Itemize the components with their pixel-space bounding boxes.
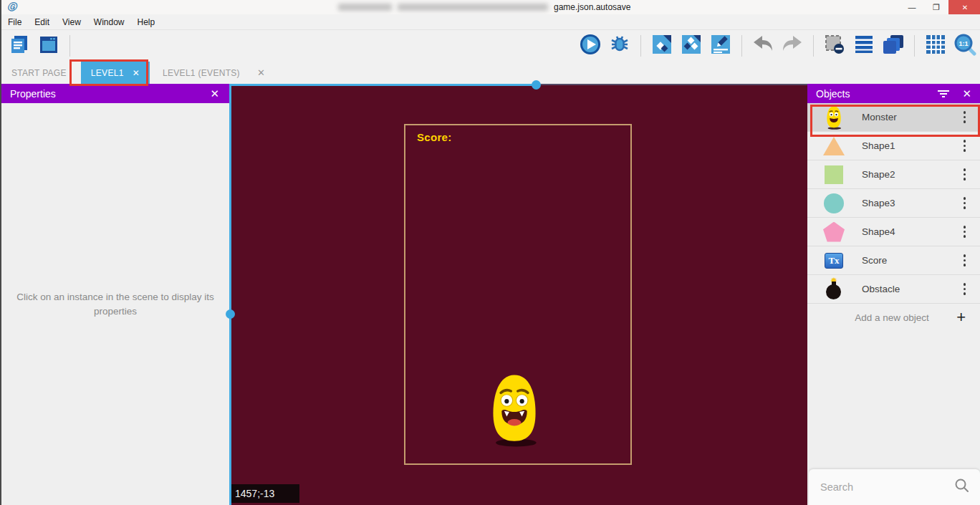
objects-panel: Objects ✕ <box>807 84 980 505</box>
debug-button[interactable] <box>607 34 632 58</box>
undo-button[interactable] <box>751 34 775 58</box>
object-row-shape3[interactable]: Shape3 <box>807 189 980 218</box>
menu-help[interactable]: Help <box>131 14 162 30</box>
tab-label: START PAGE <box>11 68 67 78</box>
window-title: game.json.autosave <box>338 1 630 13</box>
tab-start-page[interactable]: START PAGE <box>1 62 77 84</box>
start-page-button[interactable] <box>37 34 61 58</box>
object-menu-icon[interactable] <box>964 283 966 295</box>
grid-icon <box>925 34 946 58</box>
filter-icon[interactable] <box>938 90 949 97</box>
monster-thumbnail-icon <box>823 105 845 130</box>
main-area: Properties ✕ Click on an instance in the… <box>1 84 980 505</box>
restore-button[interactable]: ❐ <box>924 0 948 14</box>
score-text-object[interactable]: Score: <box>417 131 452 143</box>
search-input[interactable] <box>809 481 954 493</box>
tx-glyph: Tx <box>825 253 843 269</box>
gdevelop-window: Ⓖ game.json.autosave — ❐ ✕ File Edit Vie… <box>0 0 980 505</box>
triangle-icon <box>823 134 845 158</box>
close-button[interactable]: ✕ <box>948 0 980 14</box>
grid-button[interactable] <box>923 34 948 58</box>
tab-events-close-icon[interactable]: ✕ <box>250 62 272 84</box>
add-object-row[interactable]: Add a new object + <box>807 304 980 331</box>
zoom-1-1-icon: 1:1 <box>953 33 976 59</box>
svg-text:1:1: 1:1 <box>959 40 968 47</box>
object-row-shape2[interactable]: Shape2 <box>807 160 980 189</box>
objects-close-icon[interactable]: ✕ <box>961 87 973 100</box>
redo-arrow-icon <box>781 35 804 57</box>
object-row-shape4[interactable]: Shape4 <box>807 218 980 246</box>
object-row-score[interactable]: Tx Score <box>807 246 980 275</box>
scene-properties-button[interactable] <box>708 34 733 58</box>
tab-label: LEVEL1 (EVENTS) <box>163 68 240 78</box>
square-icon <box>823 163 845 187</box>
objects-title: Objects <box>816 88 938 100</box>
instances-list-button[interactable] <box>852 34 876 58</box>
tab-level1-events[interactable]: LEVEL1 (EVENTS) <box>153 62 250 84</box>
add-object-label: Add a new object <box>807 312 956 323</box>
project-manager-button[interactable] <box>7 34 32 58</box>
title-bar: Ⓖ game.json.autosave — ❐ ✕ <box>1 0 980 14</box>
editor-tab-bar: START PAGE LEVEL1 ✕ LEVEL1 (EVENTS) ✕ <box>1 62 980 84</box>
pentagon-icon <box>823 220 845 244</box>
resize-handle-left[interactable] <box>226 309 235 319</box>
object-label: Shape1 <box>862 140 964 151</box>
resize-handle-top[interactable] <box>532 80 541 90</box>
layers-button[interactable] <box>881 34 905 58</box>
window-controls: — ❐ ✕ <box>900 0 980 14</box>
toolbar-separator <box>914 35 915 57</box>
circle-icon <box>823 191 845 216</box>
play-icon <box>579 33 602 59</box>
objects-list: Monster Shape1 Shape2 Shape3 <box>807 103 980 331</box>
panel-resize-divider-top[interactable] <box>229 84 537 86</box>
project-manager-icon <box>9 34 30 58</box>
object-menu-icon[interactable] <box>964 197 966 209</box>
layers-icon <box>882 34 905 58</box>
menu-edit[interactable]: Edit <box>28 14 56 30</box>
object-menu-icon[interactable] <box>964 254 966 266</box>
zoom-reset-button[interactable]: 1:1 <box>953 34 977 58</box>
object-label: Shape4 <box>862 226 964 237</box>
redacted-title-segment <box>338 4 392 11</box>
toolbar-separator <box>741 35 742 57</box>
tab-label: LEVEL1 <box>91 68 124 78</box>
minimize-button[interactable]: — <box>900 0 924 14</box>
object-label: Shape3 <box>862 198 964 208</box>
properties-panel: Properties ✕ Click on an instance in the… <box>1 84 229 505</box>
object-label: Shape2 <box>862 169 964 180</box>
object-menu-icon[interactable] <box>964 140 966 152</box>
tab-level1[interactable]: LEVEL1 ✕ <box>81 62 150 84</box>
object-menu-icon[interactable] <box>964 168 966 181</box>
object-label: Obstacle <box>862 284 964 294</box>
redo-button[interactable] <box>780 34 804 58</box>
object-row-shape1[interactable]: Shape1 <box>807 132 980 160</box>
objects-search-box <box>809 469 980 505</box>
tab-close-icon[interactable]: ✕ <box>133 68 140 78</box>
menu-bar: File Edit View Window Help <box>1 14 980 30</box>
plus-icon[interactable]: + <box>956 308 966 327</box>
monster-instance[interactable] <box>487 372 542 450</box>
properties-header: Properties ✕ <box>1 84 229 103</box>
window-title-text: game.json.autosave <box>554 2 630 12</box>
properties-title: Properties <box>10 88 208 100</box>
menu-file[interactable]: File <box>1 14 28 30</box>
scene-canvas[interactable]: Score: 1457;-13 <box>229 84 807 505</box>
menu-window[interactable]: Window <box>87 14 131 30</box>
objects-editor-button[interactable] <box>650 34 674 58</box>
object-row-obstacle[interactable]: ✹ Obstacle <box>807 275 980 304</box>
menu-view[interactable]: View <box>56 14 87 30</box>
object-groups-button[interactable] <box>679 34 703 58</box>
panel-divider-top-dark <box>537 84 807 85</box>
object-row-monster[interactable]: Monster <box>807 103 980 132</box>
object-menu-icon[interactable] <box>964 226 966 238</box>
play-button[interactable] <box>578 34 602 58</box>
toolbar: 1:1 <box>1 30 980 62</box>
clear-selection-button[interactable] <box>822 34 847 58</box>
toolbar-separator <box>69 35 70 57</box>
object-menu-icon[interactable] <box>964 111 966 123</box>
cubes-icon <box>681 34 702 58</box>
deselect-icon <box>824 34 845 58</box>
panel-resize-divider-left[interactable] <box>229 84 231 505</box>
properties-empty-message: Click on an instance in the scene to dis… <box>9 290 222 319</box>
properties-close-icon[interactable]: ✕ <box>208 87 221 100</box>
